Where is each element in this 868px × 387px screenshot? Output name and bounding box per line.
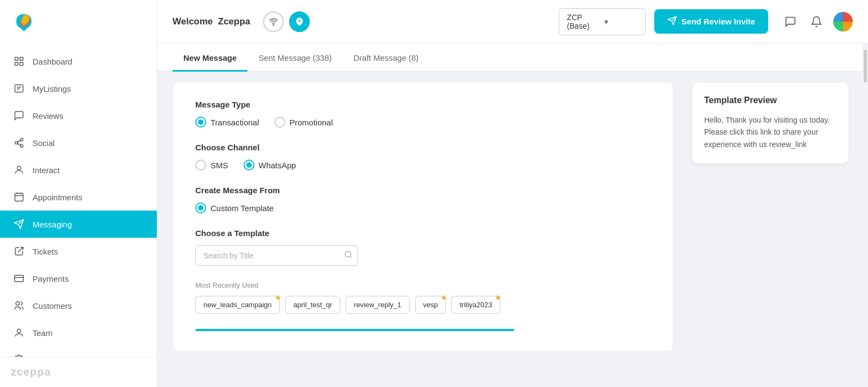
template-search-input[interactable] [195, 245, 358, 266]
signal-icon-btn[interactable] [263, 11, 284, 32]
sidebar-label-messaging: Messaging [33, 220, 72, 229]
template-search-wrap [195, 245, 358, 266]
reviews-icon [13, 110, 25, 122]
transactional-radio-circle [195, 117, 206, 128]
header: Welcome Zceppa ZCP (Base) ▾ Send Review … [157, 0, 868, 43]
template-chip-1[interactable]: april_test_qr [285, 296, 341, 314]
template-chip-2[interactable]: review_reply_1 [346, 296, 409, 314]
tab-new-message[interactable]: New Message [173, 43, 247, 72]
custom-template-radio[interactable]: Custom Template [195, 202, 273, 213]
template-chip-0[interactable]: new_leads_campaign ★ [195, 296, 280, 314]
sms-radio[interactable]: SMS [195, 160, 228, 170]
footer-logo-text: zceppa [11, 366, 146, 378]
sidebar: Dashboard MyListings Reviews Social [0, 0, 157, 387]
bell-icon-btn[interactable] [807, 12, 826, 31]
chevron-down-icon: ▾ [604, 17, 637, 26]
messaging-icon [13, 218, 25, 230]
sidebar-label-dashboard: Dashboard [33, 57, 72, 66]
template-preview-title: Template Preview [704, 96, 837, 105]
sidebar-item-dashboard[interactable]: Dashboard [0, 48, 157, 75]
listings-icon [13, 83, 25, 94]
template-preview-text: Hello, Thank you for visiting us today. … [704, 114, 837, 150]
sidebar-label-team: Team [33, 328, 53, 338]
welcome-text: Welcome Zceppa [173, 16, 250, 27]
choose-template-section: Choose a Template [195, 229, 651, 266]
sidebar-item-reviews[interactable]: Reviews [0, 102, 157, 129]
sidebar-item-messaging[interactable]: Messaging [0, 211, 157, 238]
search-icon[interactable] [344, 250, 353, 261]
create-from-label: Create Message From [195, 186, 651, 195]
message-type-section: Message Type Transactional Promotional [195, 100, 651, 128]
svg-line-25 [350, 256, 352, 258]
sidebar-item-appointments[interactable]: Appointments [0, 183, 157, 211]
template-chip-3[interactable]: vesp ★ [415, 296, 446, 314]
svg-rect-3 [20, 62, 23, 66]
tab-sent-message[interactable]: Sent Message (338) [247, 43, 342, 72]
svg-rect-17 [15, 275, 24, 282]
sidebar-label-customers: Customers [33, 301, 72, 310]
message-type-radio-group: Transactional Promotional [195, 117, 651, 128]
main-area: Welcome Zceppa ZCP (Base) ▾ Send Review … [157, 0, 868, 387]
svg-point-20 [17, 329, 21, 333]
sidebar-label-appointments: Appointments [33, 193, 82, 202]
chip-star-4: ★ [495, 293, 502, 302]
scrollbar-track[interactable] [863, 43, 868, 387]
sidebar-item-team[interactable]: Team [0, 319, 157, 346]
avatar-gradient [833, 12, 853, 31]
form-container: Message Type Transactional Promotional [174, 83, 673, 351]
sms-label: SMS [210, 161, 228, 170]
tabs-bar: New Message Sent Message (338) Draft Mes… [157, 43, 863, 72]
promotional-radio-circle [275, 117, 285, 128]
create-from-radio-group: Custom Template [195, 202, 651, 213]
sidebar-label-tickets: Tickets [33, 247, 58, 256]
recently-used-section: Most Recently Used new_leads_campaign ★ … [195, 281, 651, 314]
svg-point-7 [21, 138, 23, 141]
scrollbar-thumb[interactable] [864, 50, 867, 83]
template-chips: new_leads_campaign ★ april_test_qr revie… [195, 296, 651, 314]
tickets-icon [13, 245, 25, 257]
chip-star-0: ★ [275, 293, 282, 302]
sidebar-item-mylistings[interactable]: MyListings [0, 75, 157, 102]
sidebar-navigation: Dashboard MyListings Reviews Social [0, 43, 157, 357]
template-preview-card: Template Preview Hello, Thank you for vi… [692, 83, 848, 163]
custom-template-radio-circle [195, 202, 206, 213]
right-panel: Template Preview Hello, Thank you for vi… [684, 72, 857, 361]
bottom-bar [195, 329, 651, 333]
choose-channel-section: Choose Channel SMS WhatsApp [195, 143, 651, 170]
choose-template-label: Choose a Template [195, 229, 651, 238]
chat-icon-btn[interactable] [781, 12, 800, 31]
team-icon [13, 327, 25, 339]
transactional-radio[interactable]: Transactional [195, 117, 259, 128]
sidebar-item-settings[interactable]: Settings [0, 346, 157, 357]
sidebar-item-payments[interactable]: Payments [0, 265, 157, 292]
interact-icon [13, 164, 25, 176]
message-type-label: Message Type [195, 100, 651, 109]
template-chip-4[interactable]: tritiya2023 ★ [451, 296, 500, 314]
custom-template-label: Custom Template [210, 204, 273, 213]
create-from-section: Create Message From Custom Template [195, 186, 651, 213]
send-review-button[interactable]: Send Review Invite [654, 9, 768, 34]
sidebar-label-interact: Interact [33, 166, 60, 175]
sidebar-item-social[interactable]: Social [0, 129, 157, 156]
sidebar-item-tickets[interactable]: Tickets [0, 238, 157, 265]
content-main: New Message Sent Message (338) Draft Mes… [157, 43, 863, 387]
svg-point-19 [16, 302, 20, 306]
whatsapp-radio[interactable]: WhatsApp [244, 160, 296, 170]
location-dropdown[interactable]: ZCP (Base) ▾ [559, 8, 646, 35]
whatsapp-radio-circle [244, 160, 254, 170]
recently-used-label: Most Recently Used [195, 281, 651, 289]
svg-rect-2 [15, 62, 18, 66]
tab-draft-message[interactable]: Draft Message (8) [342, 43, 429, 72]
user-avatar[interactable] [833, 12, 853, 31]
location-icon-btn[interactable] [289, 11, 310, 32]
whatsapp-label: WhatsApp [259, 161, 296, 170]
sidebar-logo-area [0, 0, 157, 43]
sidebar-item-interact[interactable]: Interact [0, 156, 157, 183]
sidebar-label-social: Social [33, 138, 55, 148]
promotional-radio[interactable]: Promotional [275, 117, 333, 128]
sidebar-item-customers[interactable]: Customers [0, 292, 157, 319]
svg-rect-13 [15, 193, 23, 201]
chip-star-3: ★ [441, 293, 448, 302]
customers-icon [13, 300, 25, 312]
send-icon [667, 16, 677, 27]
